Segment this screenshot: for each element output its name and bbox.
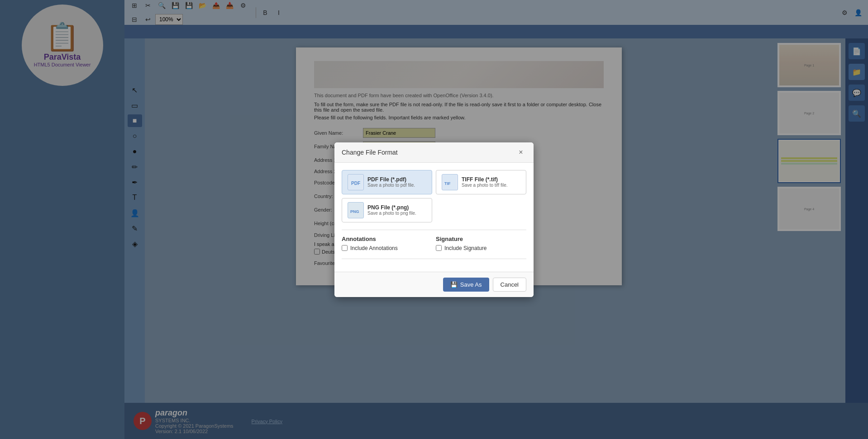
format-options: PDF PDF File (*.pdf) Save a photo to pdf… (342, 170, 526, 222)
signature-title: Signature (436, 236, 526, 242)
change-file-format-modal: Change File Format × PDF PDF File (*.pdf… (334, 142, 534, 297)
modal-close-button[interactable]: × (515, 147, 526, 158)
modal-overlay: Change File Format × PDF PDF File (*.pdf… (0, 0, 868, 439)
svg-text:PNG: PNG (350, 209, 359, 214)
pdf-label: PDF File (*.pdf) (367, 176, 415, 183)
modal-body: PDF PDF File (*.pdf) Save a photo to pdf… (334, 163, 534, 272)
modal-title: Change File Format (342, 149, 398, 156)
annotations-check-label[interactable]: Include Annotations (342, 245, 432, 251)
tif-icon: TIF (442, 174, 458, 190)
svg-text:TIF: TIF (444, 181, 451, 186)
save-icon: 💾 (450, 281, 458, 288)
signature-checkbox[interactable] (436, 245, 442, 251)
pdf-info: PDF File (*.pdf) Save a photo to pdf fil… (367, 176, 415, 188)
png-icon: PNG (348, 202, 364, 218)
tif-desc: Save a photo to tiff file. (462, 183, 508, 188)
modal-divider-1 (342, 230, 526, 230)
format-option-pdf[interactable]: PDF PDF File (*.pdf) Save a photo to pdf… (342, 170, 432, 194)
svg-text:PDF: PDF (351, 181, 360, 186)
modal-footer: 💾 Save As Cancel (334, 272, 534, 297)
tif-info: TIFF File (*.tif) Save a photo to tiff f… (462, 176, 508, 188)
png-desc: Save a photo to png file. (367, 211, 416, 216)
tif-label: TIFF File (*.tif) (462, 176, 508, 183)
pdf-desc: Save a photo to pdf file. (367, 183, 415, 188)
pdf-icon: PDF (348, 174, 364, 190)
signature-label: Include Signature (444, 245, 486, 251)
annotations-group: Annotations Include Annotations (342, 236, 432, 251)
signature-check-label[interactable]: Include Signature (436, 245, 526, 251)
png-label: PNG File (*.png) (367, 204, 416, 211)
save-as-label: Save As (460, 281, 482, 288)
save-as-button[interactable]: 💾 Save As (443, 278, 489, 292)
format-option-tif[interactable]: TIF TIFF File (*.tif) Save a photo to ti… (436, 170, 526, 194)
format-option-png[interactable]: PNG PNG File (*.png) Save a photo to png… (342, 198, 432, 222)
cancel-button[interactable]: Cancel (493, 278, 526, 292)
modal-header: Change File Format × (334, 142, 534, 163)
options-row: Annotations Include Annotations Signatur… (342, 236, 526, 251)
annotations-checkbox[interactable] (342, 245, 348, 251)
annotations-label: Include Annotations (350, 245, 398, 251)
png-info: PNG File (*.png) Save a photo to png fil… (367, 204, 416, 216)
signature-group: Signature Include Signature (436, 236, 526, 251)
annotations-title: Annotations (342, 236, 432, 242)
modal-divider-2 (342, 259, 526, 259)
